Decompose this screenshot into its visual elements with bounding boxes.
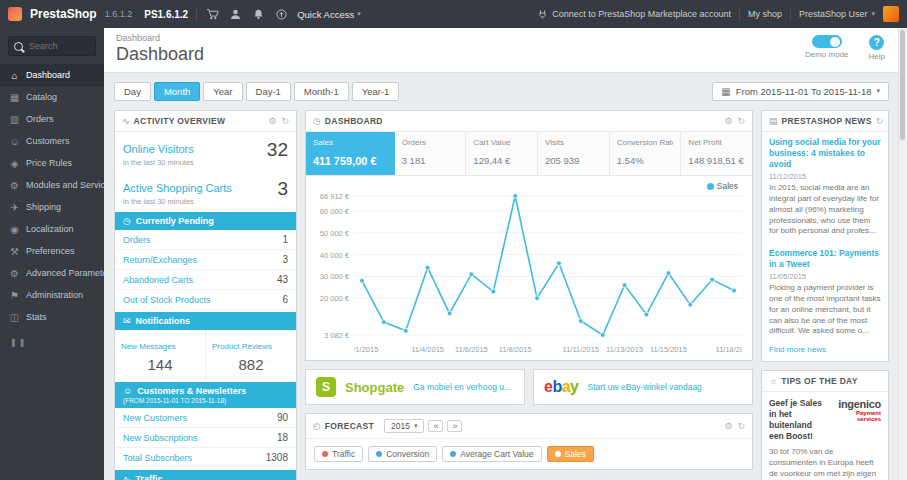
employee-icon[interactable]	[228, 7, 243, 22]
chevron-down-icon: ▾	[876, 87, 880, 95]
forecast-year-select[interactable]: 2015 ▾	[384, 419, 424, 433]
forecast-next-button[interactable]: »	[447, 420, 462, 432]
news-article-body: In 2015, social media are an integral pa…	[769, 183, 881, 237]
notifications-bell-icon[interactable]	[251, 7, 266, 22]
product-reviews-value: 882	[212, 356, 290, 373]
x-tick: 11/8/2015	[499, 345, 532, 354]
x-tick: 11/4/2015	[411, 345, 444, 354]
shopgate-promo-link[interactable]: Ga mobiel en verhoog uw omzet	[413, 382, 514, 392]
sidebar-item-shipping[interactable]: ✈Shipping	[0, 196, 104, 218]
sidebar-item-stats[interactable]: ◫Stats	[0, 306, 104, 328]
page-header: Dashboard Dashboard Demo mode ? Help	[104, 28, 899, 73]
scrollbar-thumb[interactable]	[900, 30, 905, 140]
panel-refresh-icon[interactable]: ↻	[737, 116, 745, 126]
search-input[interactable]	[27, 40, 90, 52]
panel-refresh-icon[interactable]: ↻	[737, 421, 745, 431]
news-article-date: 11/05/2015	[769, 272, 881, 281]
demo-mode-label: Demo mode	[805, 50, 849, 59]
range-button-day-1[interactable]: Day-1	[246, 82, 291, 101]
pending-value-return-exchanges: 3	[282, 254, 288, 265]
pending-link-return-exchanges[interactable]: Return/Exchanges	[123, 255, 197, 265]
active-carts-link[interactable]: Active Shopping Carts	[123, 182, 232, 194]
new-messages-link[interactable]: New Messages	[121, 342, 176, 351]
panel-refresh-icon[interactable]: ↻	[281, 116, 289, 126]
forecast-toggle-traffic[interactable]: Traffic	[314, 446, 363, 462]
forecast-icon: ◴	[313, 421, 321, 431]
panel-settings-icon[interactable]: ⚙	[724, 421, 732, 431]
kpi-cart-value[interactable]: Cart Value129,44 €	[466, 132, 538, 175]
sidebar-item-advanced-parameters[interactable]: ⚙Advanced Parameters	[0, 262, 104, 284]
range-button-day[interactable]: Day	[114, 82, 151, 101]
pending-link-orders[interactable]: Orders	[123, 235, 151, 245]
breadcrumb: Dashboard	[116, 33, 887, 43]
date-range-label: From 2015-11-01 To 2015-11-18	[736, 86, 872, 97]
shop-name[interactable]: PS1.6.1.2	[144, 9, 188, 20]
sidebar-item-price-rules[interactable]: ◈Price Rules	[0, 152, 104, 174]
forecast-toggle-average-cart-value[interactable]: Average Cart Value	[442, 446, 541, 462]
news-article-title[interactable]: Ecommerce 101: Payments in a Tweet	[769, 248, 881, 270]
demo-mode-toggle[interactable]	[812, 35, 842, 48]
date-range-picker[interactable]: ▦ From 2015-11-01 To 2015-11-18 ▾	[712, 82, 889, 101]
ebay-promo-link[interactable]: Start uw eBay-winkel vandaag	[588, 382, 702, 392]
pending-link-out-of-stock-products[interactable]: Out of Stock Products	[123, 295, 211, 305]
pending-link-abandoned-carts[interactable]: Abandoned Carts	[123, 275, 193, 285]
online-visitors-stat: Online Visitors in the last 30 minutes 3…	[115, 132, 296, 171]
forecast-toggle-conversion[interactable]: Conversion	[368, 446, 437, 462]
kpi-net-profit[interactable]: Net Profit148 918,51 €	[681, 132, 752, 175]
sidebar-search	[8, 36, 96, 56]
sidebar-item-modules-and-services[interactable]: ⚙Modules and Services	[0, 174, 104, 196]
sidebar-item-orders[interactable]: ▥Orders	[0, 108, 104, 130]
sidebar-item-localization[interactable]: ◉Localization	[0, 218, 104, 240]
mail-icon: ✉	[123, 316, 131, 326]
sidebar-item-preferences[interactable]: ⚒Preferences	[0, 240, 104, 262]
online-visitors-link[interactable]: Online Visitors	[123, 143, 194, 155]
sidebar-item-dashboard[interactable]: ⌂Dashboard	[0, 64, 104, 86]
customers-icon: ☺	[9, 136, 20, 147]
panel-settings-icon[interactable]: ⚙	[724, 116, 732, 126]
kpi-orders[interactable]: Orders3 181	[395, 132, 467, 175]
cart-icon[interactable]	[205, 7, 220, 22]
panel-settings-icon[interactable]: ⚙	[268, 116, 276, 126]
range-button-month-1[interactable]: Month-1	[294, 82, 349, 101]
help-icon[interactable]: ?	[869, 35, 884, 50]
kpi-sales[interactable]: Sales411 759,00 €	[306, 132, 395, 175]
dashboard-panel: ◷ Dashboard ⚙ ↻ Sales411 759,00 €Orders3…	[305, 110, 753, 361]
y-tick: 40 000 €	[320, 250, 349, 259]
kpi-label: Cart Value	[473, 138, 530, 147]
prestashop-logo-icon	[8, 7, 22, 21]
customers-link-total-subscribers[interactable]: Total Subscribers	[123, 453, 192, 463]
legend-dot-icon	[450, 451, 456, 457]
sidebar-item-customers[interactable]: ☺Customers	[0, 130, 104, 152]
news-article-title[interactable]: Using social media for your business: 4 …	[769, 137, 881, 170]
forecast-prev-button[interactable]: «	[428, 420, 443, 432]
updates-icon[interactable]	[274, 7, 289, 22]
find-more-news-link[interactable]: Find more news	[762, 343, 888, 361]
quick-access-menu[interactable]: Quick Access ▾	[297, 9, 361, 20]
my-shop-link[interactable]: My shop	[748, 9, 782, 19]
kpi-visits[interactable]: Visits205 939	[538, 132, 610, 175]
product-reviews-link[interactable]: Product Reviews	[212, 342, 272, 351]
promo-ebay: ebayStart uw eBay-winkel vandaag	[533, 369, 753, 405]
kpi-label: Visits	[545, 138, 602, 147]
date-range-toolbar: DayMonthYearDay-1Month-1Year-1 ▦ From 20…	[114, 81, 889, 101]
user-menu[interactable]: PrestaShop User ▾	[799, 9, 875, 19]
forecast-toggle-sales[interactable]: Sales	[547, 446, 594, 462]
user-avatar[interactable]	[883, 6, 899, 22]
range-button-year[interactable]: Year	[203, 82, 242, 101]
collapse-sidebar-button[interactable]: ❚❚	[0, 328, 104, 357]
modules-icon: ⚙	[9, 180, 20, 191]
customers-link-new-subscriptions[interactable]: New Subscriptions	[123, 433, 198, 443]
price-icon: ◈	[9, 158, 20, 169]
panel-refresh-icon[interactable]: ↻	[876, 116, 884, 126]
customers-row-new-subscriptions: New Subscriptions18	[115, 428, 296, 448]
range-button-month[interactable]: Month	[154, 82, 200, 101]
vertical-scrollbar	[898, 28, 907, 480]
customers-link-new-customers[interactable]: New Customers	[123, 413, 187, 423]
marketplace-link[interactable]: Connect to PrestaShop Marketplace accoun…	[537, 9, 731, 20]
kpi-conversion-rate[interactable]: Conversion Rate1.54%	[610, 132, 682, 175]
notifications-header: ✉ Notifications	[115, 312, 296, 330]
range-button-year-1[interactable]: Year-1	[352, 82, 400, 101]
sidebar-item-administration[interactable]: ⚑Administration	[0, 284, 104, 306]
sidebar-item-catalog[interactable]: ▦Catalog	[0, 86, 104, 108]
sales-chart: Sales 66 912 €60 000 €50 000 €40 000 €30…	[306, 176, 752, 360]
